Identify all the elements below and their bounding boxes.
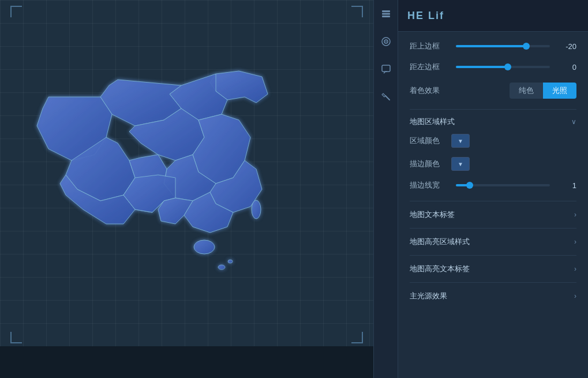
text-label-header[interactable]: 地图文本标签 › (410, 201, 576, 228)
highlight-text-header[interactable]: 地图高亮文本标签 › (410, 256, 576, 282)
color-effect-row: 着色效果 纯色 光照 (410, 83, 576, 99)
region-color-arrow-icon: ▼ (458, 138, 463, 144)
sidebar-icon-panel (373, 0, 398, 378)
stroke-color-btn[interactable]: ▼ (451, 157, 470, 171)
highlight-text-arrow-icon: › (574, 265, 576, 273)
left-margin-slider[interactable] (456, 66, 550, 68)
light-source-header[interactable]: 主光源效果 › (410, 283, 576, 309)
chat-icon[interactable] (378, 61, 394, 77)
corner-bracket-tl (10, 6, 22, 17)
stroke-color-row: 描边颜色 ▼ (410, 157, 576, 171)
panel-title: HE Lif (407, 10, 444, 22)
highlight-area-header[interactable]: 地图高亮区域样式 › (410, 229, 576, 255)
light-source-section: 主光源效果 › (410, 282, 576, 309)
region-color-row: 区域颜色 ▼ (410, 134, 576, 148)
panel-header: HE Lif (398, 0, 588, 32)
map-area-style-title: 地图区域样式 (410, 117, 455, 127)
left-margin-row: 距左边框 0 (410, 62, 576, 72)
region-color-btn[interactable]: ▼ (451, 134, 470, 148)
text-label-arrow-icon: › (574, 211, 576, 219)
svg-point-16 (218, 265, 225, 270)
highlight-area-section: 地图高亮区域样式 › (410, 228, 576, 255)
light-source-arrow-icon: › (574, 292, 576, 300)
svg-rect-19 (382, 13, 390, 15)
top-margin-label: 距上边框 (410, 41, 450, 51)
svg-point-15 (252, 200, 261, 219)
top-margin-value: -20 (556, 42, 576, 51)
color-effect-toggle: 纯色 光照 (510, 83, 576, 99)
china-map (20, 62, 354, 310)
canvas-area (0, 0, 373, 378)
text-label-section: 地图文本标签 › (410, 201, 576, 228)
highlight-text-title: 地图高亮文本标签 (410, 264, 470, 274)
stroke-width-label: 描边线宽 (410, 180, 450, 190)
text-label-title: 地图文本标签 (410, 209, 455, 220)
light-btn[interactable]: 光照 (543, 83, 576, 99)
left-margin-value: 0 (556, 63, 576, 72)
map-container (12, 29, 362, 343)
top-margin-fill (456, 45, 526, 47)
svg-rect-18 (382, 10, 390, 12)
left-margin-fill (456, 66, 508, 68)
svg-point-17 (228, 260, 233, 263)
svg-point-14 (194, 240, 215, 254)
highlight-text-section: 地图高亮文本标签 › (410, 255, 576, 282)
svg-rect-20 (382, 16, 390, 17)
corner-bracket-tr (351, 6, 363, 17)
top-margin-row: 距上边框 -20 (410, 41, 576, 51)
stroke-width-value: 1 (556, 181, 576, 190)
stroke-color-label: 描边颜色 (410, 159, 444, 169)
highlight-area-arrow-icon: › (574, 238, 576, 246)
top-margin-slider[interactable] (456, 45, 550, 47)
corner-bracket-bl (10, 332, 22, 343)
stroke-width-slider[interactable] (456, 184, 550, 186)
svg-line-25 (385, 96, 389, 100)
corner-bracket-br (351, 332, 363, 343)
right-panel: HE Lif 距上边框 -20 距左边框 0 着色效果 纯色 光照 (398, 0, 588, 378)
map-area-style-section[interactable]: 地图区域样式 ∨ (410, 109, 576, 134)
canvas-bottom-bar (0, 346, 373, 378)
pure-color-btn[interactable]: 纯色 (510, 83, 543, 99)
svg-rect-24 (382, 65, 390, 72)
panel-content: 距上边框 -20 距左边框 0 着色效果 纯色 光照 地 (398, 32, 588, 319)
region-color-label: 区域颜色 (410, 136, 444, 146)
map-area-style-arrow: ∨ (571, 118, 576, 126)
stroke-width-thumb[interactable] (466, 182, 473, 189)
target-icon[interactable] (378, 33, 394, 50)
color-effect-label: 着色效果 (410, 85, 504, 96)
stroke-width-row: 描边线宽 1 (410, 180, 576, 190)
top-margin-thumb[interactable] (523, 43, 530, 50)
highlight-area-title: 地图高亮区域样式 (410, 237, 470, 247)
layers-icon[interactable] (378, 6, 394, 22)
tools-icon[interactable] (378, 89, 394, 105)
stroke-color-arrow-icon: ▼ (458, 161, 463, 167)
left-margin-label: 距左边框 (410, 62, 450, 72)
svg-point-23 (385, 41, 387, 42)
light-source-title: 主光源效果 (410, 291, 447, 301)
left-margin-thumb[interactable] (504, 63, 511, 70)
